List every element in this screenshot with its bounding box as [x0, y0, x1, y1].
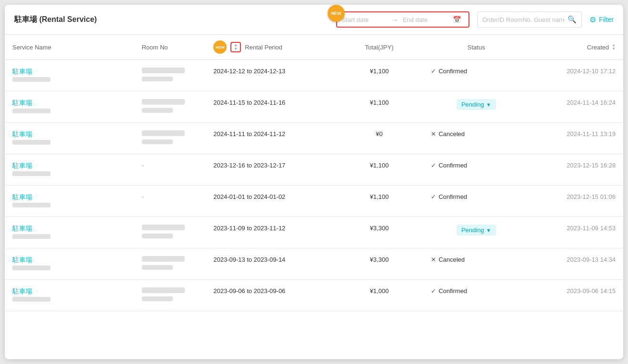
service-cell: 駐車場	[5, 248, 134, 280]
search-button[interactable]: 🔍	[568, 15, 577, 24]
room-blurred-2	[142, 265, 173, 270]
total-cell: ¥3,300	[335, 248, 423, 280]
table-row: 駐車場2024-11-15 to 2024-11-16¥1,100Pending…	[5, 91, 623, 123]
period-cell: 2023-12-16 to 2023-12-17	[206, 154, 335, 186]
period-cell: 2024-11-11 to 2024-11-12	[206, 123, 335, 154]
status-label: Confirmed	[439, 68, 467, 75]
service-cell: 駐車場	[5, 186, 134, 217]
period-value: 2023-12-16 to 2023-12-17	[213, 162, 285, 169]
check-icon: ✓	[431, 193, 436, 200]
th-room: Room No	[134, 35, 206, 60]
end-date-input[interactable]	[403, 16, 448, 23]
room-blurred	[142, 68, 185, 73]
total-value: ¥3,300	[370, 225, 389, 232]
date-range-input[interactable]: → 📅	[336, 11, 469, 28]
created-cell: 2024-12-10 17:12	[529, 60, 623, 91]
table-row: 駐車場2024-12-12 to 2024-12-13¥1,100✓Confir…	[5, 60, 623, 91]
total-value: ¥1,100	[370, 193, 389, 200]
total-value: ¥0	[376, 130, 382, 138]
status-label: Confirmed	[439, 193, 467, 200]
status-confirmed: ✓Confirmed	[431, 193, 521, 200]
service-sub	[12, 234, 50, 239]
th-status: Status	[423, 35, 529, 60]
status-pending[interactable]: Pending▼	[457, 225, 496, 236]
chevron-down-icon: ▼	[486, 102, 491, 108]
table-row: 駐車場2023-09-13 to 2023-09-14¥3,300✕Cancel…	[5, 248, 623, 280]
room-blurred-2	[142, 108, 173, 113]
start-date-input[interactable]	[342, 16, 387, 23]
service-cell: 駐車場	[5, 217, 134, 248]
room-cell	[134, 91, 206, 123]
created-cell: 2023-11-09 14:53	[529, 217, 623, 248]
period-cell: 2023-09-06 to 2023-09-06	[206, 280, 335, 311]
period-cell: 2023-09-13 to 2023-09-14	[206, 248, 335, 280]
service-name-link[interactable]: 駐車場	[12, 193, 127, 202]
period-value: 2023-09-06 to 2023-09-06	[213, 287, 285, 295]
check-icon: ✓	[431, 287, 436, 295]
check-icon: ✓	[431, 162, 436, 169]
room-blurred-2	[142, 234, 173, 238]
th-created: Created ▲ ▼	[529, 35, 623, 60]
status-cell: Pending▼	[423, 91, 529, 123]
period-value: 2024-11-11 to 2024-11-12	[213, 130, 285, 138]
total-value: ¥1,100	[370, 99, 389, 106]
page-title: 駐車場 (Rental Service)	[14, 15, 97, 25]
status-cell: ✕Canceled	[423, 123, 529, 154]
status-cell: ✓Confirmed	[423, 280, 529, 311]
service-cell: 駐車場	[5, 60, 134, 91]
service-cell: 駐車場	[5, 280, 134, 311]
status-cell: ✓Confirmed	[423, 154, 529, 186]
filter-button[interactable]: ⚙ Filter	[589, 15, 614, 24]
service-name-link[interactable]: 駐車場	[12, 68, 127, 76]
created-cell: 2023-12-15 16:28	[529, 154, 623, 186]
total-cell: ¥1,100	[335, 186, 423, 217]
table-row: 駐車場-2023-12-16 to 2023-12-17¥1,100✓Confi…	[5, 154, 623, 186]
service-name: 駐車場	[12, 99, 127, 108]
search-input[interactable]	[482, 16, 565, 23]
service-cell: 駐車場	[5, 154, 134, 186]
service-sub	[12, 108, 50, 113]
service-sub	[12, 203, 50, 207]
service-name: 駐車場	[12, 287, 127, 296]
status-confirmed: ✓Confirmed	[431, 287, 521, 295]
created-sort-button[interactable]: ▲ ▼	[612, 43, 616, 51]
created-value: 2023-12-15 01:06	[567, 193, 616, 200]
calendar-icon[interactable]: 📅	[453, 16, 461, 23]
new-badge-period: NEW	[213, 40, 227, 54]
x-icon: ✕	[431, 130, 436, 138]
room-cell	[134, 280, 206, 311]
period-cell: 2024-11-15 to 2024-11-16	[206, 91, 335, 123]
created-cell: 2023-12-15 01:06	[529, 186, 623, 217]
period-cell: 2023-11-09 to 2023-11-12	[206, 217, 335, 248]
check-icon: ✓	[431, 68, 436, 75]
service-sub	[12, 140, 50, 145]
total-cell: ¥1,100	[335, 154, 423, 186]
status-cell: Pending▼	[423, 217, 529, 248]
service-cell: 駐車場	[5, 91, 134, 123]
date-range-wrapper: NEW → 📅	[336, 11, 469, 28]
table-row: 駐車場-2024-01-01 to 2024-01-02¥1,100✓Confi…	[5, 186, 623, 217]
status-canceled: ✕Canceled	[431, 256, 521, 263]
filter-icon: ⚙	[589, 15, 596, 24]
th-service: Service Name	[5, 35, 134, 60]
created-value: 2023-09-13 14:34	[567, 256, 616, 263]
room-cell	[134, 248, 206, 280]
date-arrow: →	[392, 16, 398, 23]
period-cell: 2024-12-12 to 2024-12-13	[206, 60, 335, 91]
created-value: 2024-11-11 13:19	[567, 130, 616, 138]
room-blurred	[142, 287, 185, 293]
period-sort-button[interactable]: ▲ ▼	[230, 42, 241, 52]
service-name: 駐車場	[12, 162, 127, 170]
total-cell: ¥1,100	[335, 60, 423, 91]
status-label: Confirmed	[439, 287, 467, 295]
table-container: Service Name Room No NEW ▲ ▼ Rental Peri…	[5, 35, 623, 311]
room-cell	[134, 217, 206, 248]
status-label: Canceled	[439, 130, 465, 138]
service-name: 駐車場	[12, 225, 127, 233]
status-pending[interactable]: Pending▼	[457, 99, 496, 110]
created-value: 2024-12-10 17:12	[567, 68, 616, 75]
status-label: Pending	[461, 226, 484, 234]
main-container: 駐車場 (Rental Service) NEW → 📅 🔍 ⚙ Filter	[5, 5, 623, 359]
room-blurred-2	[142, 296, 173, 301]
room-dash: -	[142, 193, 144, 200]
